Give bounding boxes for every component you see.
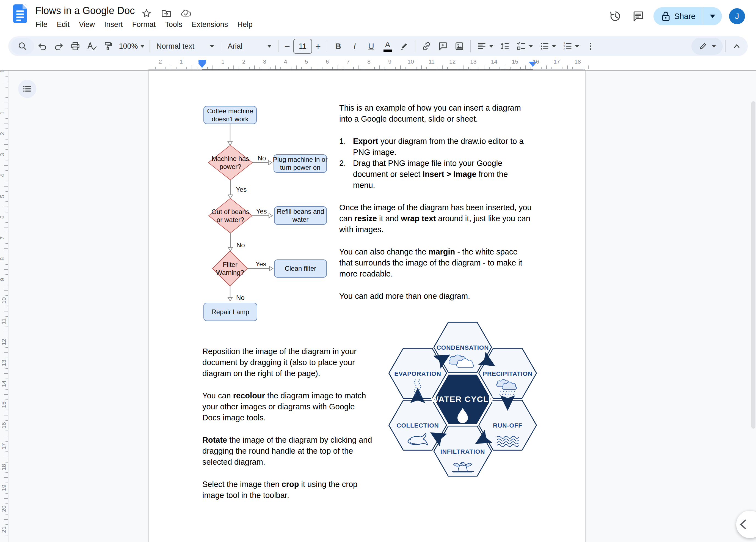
menu-item-format[interactable]: Format xyxy=(128,19,161,31)
menu-item-help[interactable]: Help xyxy=(233,19,257,31)
paragraph: Once the image of the diagram has been i… xyxy=(339,202,532,235)
outline-list-icon xyxy=(22,84,32,94)
insert-link-icon[interactable] xyxy=(418,38,435,54)
svg-text:3: 3 xyxy=(564,48,565,51)
svg-text:or water?: or water? xyxy=(217,216,244,223)
paint-format-icon[interactable] xyxy=(100,38,117,54)
svg-text:INFILTRATION: INFILTRATION xyxy=(440,448,485,455)
add-comment-icon[interactable] xyxy=(435,38,451,54)
document-page[interactable]: NoYesYesNoYesNoCoffee machinedoesn't wor… xyxy=(148,71,586,542)
decrease-font-size-button[interactable]: − xyxy=(281,38,293,54)
menu-item-extensions[interactable]: Extensions xyxy=(187,19,233,31)
svg-text:WATER CYCLE: WATER CYCLE xyxy=(431,395,495,404)
horizontal-ruler[interactable]: 21123456789101112131415161718 xyxy=(0,57,756,70)
print-icon[interactable] xyxy=(67,38,84,54)
top-bar: Flows in a Google Doc FileEditViewInsert… xyxy=(0,0,756,36)
paragraph: Rotate the image of the diagram by click… xyxy=(202,434,373,467)
svg-text:power?: power? xyxy=(220,163,241,170)
svg-text:RUN-OFF: RUN-OFF xyxy=(493,422,522,429)
line-spacing-icon[interactable] xyxy=(496,38,513,54)
move-folder-icon[interactable] xyxy=(161,8,172,19)
paragraph: Reposition the image of the diagram in y… xyxy=(202,346,373,379)
svg-text:Clean filter: Clean filter xyxy=(285,265,316,272)
zoom-select[interactable]: 100% xyxy=(117,38,147,54)
lock-icon xyxy=(661,11,671,21)
water-cycle-diagram-image[interactable]: WATER CYCLECONDENSATIONEVAPORATIONPRECIP… xyxy=(382,316,545,483)
flowchart-diagram-image[interactable]: NoYesYesNoYesNoCoffee machinedoesn't wor… xyxy=(193,98,336,328)
left-indent-marker[interactable] xyxy=(198,63,206,68)
bulleted-list-icon[interactable] xyxy=(536,38,559,54)
list-number: 1. xyxy=(339,136,353,158)
share-caret-icon[interactable] xyxy=(703,15,722,18)
insert-image-icon[interactable] xyxy=(451,38,468,54)
highlight-color-icon[interactable] xyxy=(396,38,412,54)
svg-text:Yes: Yes xyxy=(255,260,266,268)
svg-text:turn power on: turn power on xyxy=(280,164,321,171)
paragraph: You can add more than one diagram. xyxy=(339,291,532,302)
avatar[interactable]: J xyxy=(729,8,745,24)
document-title[interactable]: Flows in a Google Doc xyxy=(35,5,135,16)
document-outline-button[interactable] xyxy=(18,80,36,98)
menu-item-edit[interactable]: Edit xyxy=(52,19,75,31)
svg-text:Filter: Filter xyxy=(223,261,237,268)
editing-mode-pencil-icon xyxy=(698,41,708,51)
share-button[interactable]: Share xyxy=(653,7,722,25)
toolbar: 100% Normal text Arial − 11 + B I U A xyxy=(8,36,748,56)
spellcheck-icon[interactable] xyxy=(84,38,100,54)
font-family-select[interactable]: Arial xyxy=(224,38,275,54)
google-docs-logo-icon[interactable] xyxy=(13,4,27,23)
menu-item-tools[interactable]: Tools xyxy=(160,19,187,31)
svg-text:water: water xyxy=(292,216,309,223)
svg-text:PRECIPITATION: PRECIPITATION xyxy=(483,370,532,377)
bold-button[interactable]: B xyxy=(330,38,346,54)
svg-text:Yes: Yes xyxy=(236,186,247,193)
body-text-left-column: Reposition the image of the diagram in y… xyxy=(202,346,373,501)
redo-icon[interactable] xyxy=(51,38,67,54)
svg-text:Machine has: Machine has xyxy=(212,155,249,162)
first-line-indent-marker[interactable] xyxy=(198,60,206,63)
list-item: 2.Drag that PNG image file into your Goo… xyxy=(339,158,532,191)
underline-button[interactable]: U xyxy=(363,38,379,54)
svg-text:EVAPORATION: EVAPORATION xyxy=(394,370,441,377)
star-icon[interactable] xyxy=(141,8,152,19)
menu-item-file[interactable]: File xyxy=(31,19,52,31)
version-history-icon[interactable] xyxy=(607,8,623,24)
paragraph: Select the image then crop it using the … xyxy=(202,479,373,501)
paragraph-style-select[interactable]: Normal text xyxy=(153,38,218,54)
numbered-list-icon[interactable]: 123 xyxy=(559,38,582,54)
chevron-left-icon xyxy=(736,516,752,533)
text-color-button[interactable]: A xyxy=(379,38,396,54)
svg-text:Repair Lamp: Repair Lamp xyxy=(211,308,249,316)
svg-text:Yes: Yes xyxy=(256,207,267,215)
collapse-toolbar-icon[interactable] xyxy=(729,38,745,54)
checklist-icon[interactable] xyxy=(513,38,536,54)
scrollbar-thumb[interactable] xyxy=(751,101,755,429)
svg-text:Warning?: Warning? xyxy=(216,269,244,276)
svg-text:No: No xyxy=(236,241,245,249)
menu-bar: FileEditViewInsertFormatToolsExtensionsH… xyxy=(31,19,257,31)
paragraph: This is an example of how you can insert… xyxy=(339,102,532,124)
share-label: Share xyxy=(674,12,696,21)
undo-icon[interactable] xyxy=(34,38,51,54)
editing-mode-select[interactable] xyxy=(691,38,723,55)
paragraph: You can also change the margin - the whi… xyxy=(339,246,532,279)
svg-text:No: No xyxy=(236,294,245,301)
svg-text:doesn't work: doesn't work xyxy=(212,115,249,123)
svg-text:Plug machine in or: Plug machine in or xyxy=(273,156,328,163)
menu-item-view[interactable]: View xyxy=(74,19,100,31)
menu-item-insert[interactable]: Insert xyxy=(100,19,128,31)
align-icon[interactable] xyxy=(473,38,496,54)
list-number: 2. xyxy=(339,158,353,191)
search-icon[interactable] xyxy=(11,38,34,54)
italic-button[interactable]: I xyxy=(346,38,363,54)
svg-text:2: 2 xyxy=(564,45,565,48)
more-options-icon[interactable] xyxy=(582,38,599,54)
cloud-saved-icon[interactable] xyxy=(180,8,192,19)
comments-icon[interactable] xyxy=(630,8,646,24)
svg-text:Refill beans and: Refill beans and xyxy=(277,208,324,215)
paragraph: You can recolour the diagram image to ma… xyxy=(202,390,373,423)
list-item: 1.Export your diagram from the draw.io e… xyxy=(339,136,532,158)
increase-font-size-button[interactable]: + xyxy=(312,38,324,54)
vertical-ruler[interactable]: 1123456789101112131415161718192021 xyxy=(0,71,8,542)
font-size-input[interactable]: 11 xyxy=(293,39,312,54)
